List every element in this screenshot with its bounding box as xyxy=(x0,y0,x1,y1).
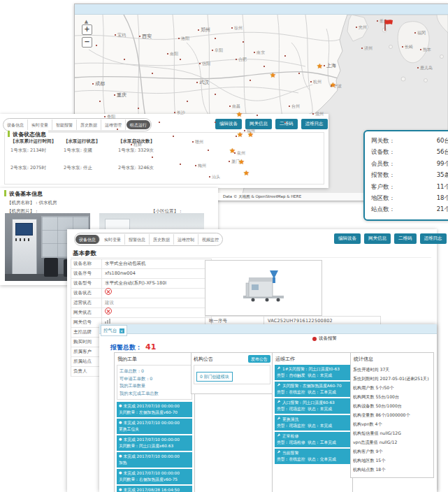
device-star-marker[interactable]: ★ xyxy=(317,63,323,70)
alarm-total: 报警总数： 41 xyxy=(110,339,156,352)
ops-task-item[interactable]: 1#关闭报警：闭土口温度t0-63 类型：自动触发 状态：未完成 xyxy=(275,365,350,380)
town-dot xyxy=(124,57,127,62)
stats-value: 99个 xyxy=(437,158,448,169)
flag-marker-icon[interactable] xyxy=(383,19,394,31)
work-order-link[interactable]: 我的工单数量 xyxy=(120,382,189,390)
machine-photo[interactable] xyxy=(205,260,322,316)
city-dot-icon xyxy=(99,101,101,102)
machine-tab[interactable]: 实时变量 xyxy=(101,234,125,245)
stats-row: 会员数：99个 xyxy=(371,158,448,169)
ops-task-item[interactable]: 正常检修 类型：现场检修 状态：工单完成 xyxy=(275,432,350,447)
work-order-link[interactable]: 工单总数：0 xyxy=(120,368,189,375)
city-dot-icon xyxy=(361,48,363,49)
ops-log-button[interactable]: 运维日志 xyxy=(301,119,328,129)
device-star-marker[interactable]: ★ xyxy=(236,111,243,118)
status-column: 【水泵累计运行时间】 1号水泵: 2134时 2号水泵: 2075时 xyxy=(10,138,56,145)
pump-image xyxy=(44,258,58,277)
machine-tab[interactable]: 历史数据 xyxy=(150,234,174,245)
machine-tab[interactable]: 报警信息 xyxy=(125,234,150,245)
city-dot-icon xyxy=(192,141,194,143)
pan-up-icon[interactable]: ▲ xyxy=(82,19,91,24)
city-dot-icon xyxy=(195,165,196,166)
status-column-header: 【水泵累计运行时间】 xyxy=(10,138,56,145)
status-dot-icon: ● xyxy=(119,420,122,424)
city-dot-icon xyxy=(236,59,237,60)
device-star-marker[interactable]: ★ xyxy=(229,147,236,154)
stats-label: 设备数： xyxy=(371,146,395,157)
edit-device-button[interactable]: 编辑设备 xyxy=(215,119,242,129)
param-value xyxy=(102,308,211,318)
city-dot-icon xyxy=(229,161,230,162)
work-order-link[interactable]: 我的未完成工单总数 xyxy=(120,390,189,398)
work-order-item[interactable]: ●未完成 2017/07/10 00:00:00 关闭数量：左侧加热温度v60-… xyxy=(117,402,192,417)
ops-task-item[interactable]: 关闭报警：左侧加热温度A60-70 类型：在线监控 状态：工单完成 xyxy=(275,382,350,397)
city-label: 光州 xyxy=(356,24,367,31)
pump-tab[interactable]: 设备信息 xyxy=(3,120,28,130)
pump-tab-bar: 设备信息实时变量智能报警历史数据运维管理组态运行 xyxy=(3,118,152,131)
city-dot-icon xyxy=(254,52,255,53)
work-order-item[interactable]: ●未完成 2017/07/10 00:00:00 关闭数量：闭土口温度e60.6… xyxy=(117,435,192,451)
work-order-link[interactable]: 可申请工单数：0 xyxy=(120,375,189,383)
ops-task-item[interactable]: 入口报警：闭土口温度60-63 类型：现场监控 状态：未完成 xyxy=(275,398,350,414)
ops-log-button[interactable]: 运维日志 xyxy=(420,233,447,244)
statistic-line: 机构站点数 18个 xyxy=(353,465,431,474)
city-dot-icon xyxy=(92,83,94,85)
statistics-list: 系统开通时间 37天系统到期时间 2027-05-01(还剩251天)机构用户数… xyxy=(353,365,431,474)
town-dot xyxy=(284,53,287,58)
packaging-machine-image xyxy=(239,268,288,308)
stats-label: 报警数： xyxy=(371,169,395,180)
machine-tab[interactable]: 视频监控 xyxy=(198,234,222,245)
param-value: xfs180nw004 xyxy=(102,269,211,278)
city-dot-icon xyxy=(96,45,97,46)
stats-row: 客户数：11个 xyxy=(371,181,448,192)
work-order-item[interactable]: ●未完成 2017/07/10 00:00:00 加热 xyxy=(117,452,192,468)
stats-label: 客户数： xyxy=(371,181,395,192)
work-order-item[interactable]: ●未完成 2017/07/10 00:00:00 更换工位夹 xyxy=(117,419,192,434)
close-icon[interactable]: × xyxy=(120,328,124,333)
pump-tab[interactable]: 组态运行 xyxy=(127,120,150,129)
status-value: 2号水泵: 3246次 xyxy=(118,165,154,171)
device-star-marker[interactable]: ★ xyxy=(330,82,336,89)
scada-screen-tab[interactable]: 控气台 × xyxy=(101,325,127,336)
device-star-marker[interactable]: ★ xyxy=(238,159,245,166)
pump-tab[interactable]: 历史数据 xyxy=(77,120,101,130)
machine-tab[interactable]: 设备信息 xyxy=(75,235,100,244)
pump-tab[interactable]: 运维管理 xyxy=(101,120,126,130)
map-stats-panel: 网关数：60台设备数：56台会员数：99个报警数：35条客户数：11个地区数：1… xyxy=(363,130,448,221)
zoom-out-button[interactable]: − xyxy=(82,37,92,48)
pump-tab[interactable]: 智能报警 xyxy=(52,120,77,130)
city-dot-icon xyxy=(152,73,153,74)
pump-tab[interactable]: 实时变量 xyxy=(28,120,52,130)
work-order-item[interactable]: ●未完成 2017/07/10 00:00:00 关闭数量：右侧加热温度v60-… xyxy=(117,469,192,484)
ops-task-item[interactable]: 当前报警 类型：在线监控 状态：交单完成 xyxy=(275,449,350,464)
city-dot-icon xyxy=(312,113,314,115)
city-dot-icon xyxy=(139,36,140,37)
param-label: 设备状态 xyxy=(71,289,102,298)
announcement-item[interactable]: 0 部门创建模块 xyxy=(196,372,233,382)
device-star-marker[interactable]: ★ xyxy=(247,131,254,138)
qrcode-button[interactable]: 二维码 xyxy=(394,233,417,244)
city-dot-icon xyxy=(180,59,181,60)
red-dot-icon xyxy=(312,337,317,341)
param-label: 所属站点 xyxy=(71,357,102,366)
device-star-marker[interactable]: ★ xyxy=(243,170,250,177)
device-star-marker[interactable]: ★ xyxy=(270,72,276,79)
city-label: 熊本 xyxy=(420,47,431,53)
ops-task-item[interactable]: 更换清洗 类型：现场监控 状态：未完成 xyxy=(275,415,350,430)
work-order-item[interactable]: ●未完成 2017/08/28 16:04:50 cx8004 xyxy=(117,486,192,492)
gateway-info-button[interactable]: 网关信息 xyxy=(364,233,391,244)
city-dot-icon xyxy=(284,55,286,57)
status-value: 2号水泵: 停止 xyxy=(64,165,92,171)
city-label: 赣州 xyxy=(192,139,203,145)
statistic-line: 机构变量数 86个/1000000个 xyxy=(353,410,431,419)
work-order-links: 工单总数：0可申请工单数：0我的工单数量我的未完成工单总数 xyxy=(117,365,192,400)
zoom-in-button[interactable]: + xyxy=(82,24,92,35)
publish-announcement-button[interactable]: 发布公告 xyxy=(248,355,270,363)
edit-device-button[interactable]: 编辑设备 xyxy=(334,233,361,244)
status-dot-icon: ● xyxy=(119,487,122,491)
device-star-marker[interactable]: ★ xyxy=(237,131,243,138)
param-label: 网关状态 xyxy=(71,308,102,317)
machine-tab[interactable]: 运维控制 xyxy=(174,234,198,245)
stats-label: 地区数： xyxy=(371,192,395,203)
city-dot-icon xyxy=(263,66,265,67)
